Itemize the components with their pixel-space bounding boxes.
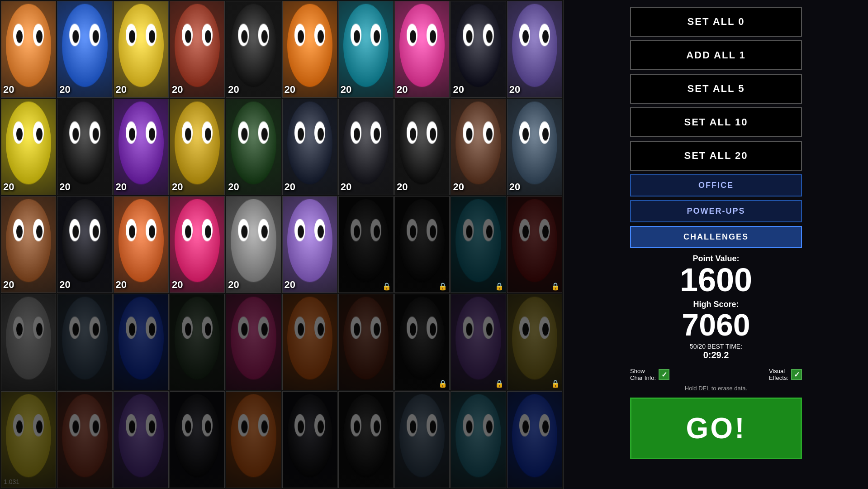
char-cell-39[interactable]: 🔒 bbox=[507, 294, 562, 391]
char-cell-21[interactable]: 20 bbox=[57, 196, 112, 293]
char-cell-2[interactable]: 20 bbox=[114, 1, 169, 98]
sidebar: SET ALL 0 ADD ALL 1 SET ALL 5 SET ALL 10… bbox=[563, 0, 868, 489]
char-cell-35[interactable] bbox=[282, 294, 337, 391]
char-level-12: 20 bbox=[116, 181, 127, 193]
char-cell-25[interactable]: 20 bbox=[282, 196, 337, 293]
char-cell-46[interactable] bbox=[338, 391, 394, 488]
char-cell-27[interactable]: 🔒 bbox=[394, 196, 450, 293]
char-level-0: 20 bbox=[3, 84, 14, 96]
char-cell-5[interactable]: 20 bbox=[282, 1, 337, 98]
char-cell-13[interactable]: 20 bbox=[170, 99, 225, 196]
char-cell-12[interactable]: 20 bbox=[114, 99, 169, 196]
char-cell-0[interactable]: 20 bbox=[1, 1, 56, 98]
visual-effects-checkmark: ✓ bbox=[794, 370, 800, 379]
set-all-0-button[interactable]: SET ALL 0 bbox=[630, 7, 802, 37]
char-cell-19[interactable]: 20 bbox=[507, 99, 562, 196]
char-cell-15[interactable]: 20 bbox=[282, 99, 337, 196]
char-cell-4[interactable]: 20 bbox=[226, 1, 281, 98]
del-hint: Hold DEL to erase data. bbox=[630, 385, 802, 392]
char-cell-49[interactable] bbox=[507, 391, 562, 488]
character-grid: 2020202020202020202020202020202020202020… bbox=[0, 0, 563, 489]
best-time-label: 50/20 BEST TIME: bbox=[630, 343, 802, 350]
char-cell-38[interactable]: 🔒 bbox=[451, 294, 506, 391]
char-cell-22[interactable]: 20 bbox=[114, 196, 169, 293]
char-cell-33[interactable] bbox=[170, 294, 225, 391]
char-cell-36[interactable] bbox=[338, 294, 394, 391]
char-cell-18[interactable]: 20 bbox=[451, 99, 506, 196]
go-button[interactable]: GO! bbox=[630, 398, 802, 459]
char-level-15: 20 bbox=[285, 181, 295, 193]
char-level-17: 20 bbox=[397, 181, 408, 193]
char-level-14: 20 bbox=[228, 181, 239, 193]
char-level-23: 20 bbox=[172, 279, 183, 291]
char-cell-32[interactable] bbox=[114, 294, 169, 391]
char-cell-45[interactable] bbox=[282, 391, 337, 488]
lock-icon-28: 🔒 bbox=[495, 282, 504, 291]
char-cell-17[interactable]: 20 bbox=[394, 99, 450, 196]
char-cell-41[interactable] bbox=[57, 391, 112, 488]
char-level-22: 20 bbox=[116, 279, 127, 291]
char-level-4: 20 bbox=[228, 84, 239, 96]
char-cell-40[interactable] bbox=[1, 391, 56, 488]
point-value: 1600 bbox=[630, 264, 802, 296]
char-cell-6[interactable]: 20 bbox=[338, 1, 394, 98]
char-cell-42[interactable] bbox=[114, 391, 169, 488]
char-cell-37[interactable]: 🔒 bbox=[394, 294, 450, 391]
set-all-5-button[interactable]: SET ALL 5 bbox=[630, 74, 802, 104]
char-level-24: 20 bbox=[228, 279, 239, 291]
office-button[interactable]: OFFICE bbox=[630, 174, 802, 197]
add-all-1-button[interactable]: ADD ALL 1 bbox=[630, 40, 802, 70]
lock-icon-27: 🔒 bbox=[438, 282, 447, 291]
show-char-info-checkbox[interactable]: ✓ bbox=[659, 369, 669, 380]
point-value-section: Point Value: 1600 High Score: 7060 50/20… bbox=[630, 254, 802, 360]
set-all-20-button[interactable]: SET ALL 20 bbox=[630, 141, 802, 171]
char-cell-28[interactable]: 🔒 bbox=[451, 196, 506, 293]
char-level-16: 20 bbox=[341, 181, 351, 193]
char-level-20: 20 bbox=[3, 279, 14, 291]
challenges-button[interactable]: CHALLENGES bbox=[630, 226, 802, 248]
char-level-6: 20 bbox=[341, 84, 351, 96]
char-level-8: 20 bbox=[453, 84, 464, 96]
show-char-info-checkmark: ✓ bbox=[661, 370, 667, 379]
lock-icon-26: 🔒 bbox=[382, 282, 391, 291]
visual-effects-label: VisualEffects: bbox=[769, 368, 788, 381]
best-time-value: 0:29.2 bbox=[630, 350, 802, 360]
char-level-25: 20 bbox=[285, 279, 295, 291]
char-cell-8[interactable]: 20 bbox=[451, 1, 506, 98]
char-level-11: 20 bbox=[59, 181, 70, 193]
lock-icon-39: 🔒 bbox=[551, 379, 560, 388]
char-cell-34[interactable] bbox=[226, 294, 281, 391]
power-ups-button[interactable]: POWER-UPS bbox=[630, 200, 802, 222]
char-level-9: 20 bbox=[509, 84, 520, 96]
char-level-5: 20 bbox=[285, 84, 295, 96]
show-char-info-label: ShowChar Info: bbox=[630, 368, 656, 381]
visual-effects-checkbox[interactable]: ✓ bbox=[791, 369, 802, 380]
char-cell-48[interactable] bbox=[451, 391, 506, 488]
char-level-18: 20 bbox=[453, 181, 464, 193]
char-cell-16[interactable]: 20 bbox=[338, 99, 394, 196]
char-cell-26[interactable]: 🔒 bbox=[338, 196, 394, 293]
char-cell-14[interactable]: 20 bbox=[226, 99, 281, 196]
high-score-value: 7060 bbox=[630, 309, 802, 340]
char-cell-24[interactable]: 20 bbox=[226, 196, 281, 293]
char-cell-1[interactable]: 20 bbox=[57, 1, 112, 98]
char-cell-11[interactable]: 20 bbox=[57, 99, 112, 196]
char-cell-23[interactable]: 20 bbox=[170, 196, 225, 293]
lock-icon-29: 🔒 bbox=[551, 282, 560, 291]
char-level-2: 20 bbox=[116, 84, 127, 96]
char-cell-31[interactable] bbox=[57, 294, 112, 391]
char-level-7: 20 bbox=[397, 84, 408, 96]
char-cell-30[interactable] bbox=[1, 294, 56, 391]
char-cell-3[interactable]: 20 bbox=[170, 1, 225, 98]
char-cell-44[interactable] bbox=[226, 391, 281, 488]
char-cell-20[interactable]: 20 bbox=[1, 196, 56, 293]
char-cell-10[interactable]: 20 bbox=[1, 99, 56, 196]
char-level-1: 20 bbox=[59, 84, 70, 96]
char-cell-47[interactable] bbox=[394, 391, 450, 488]
char-cell-43[interactable] bbox=[170, 391, 225, 488]
visual-effects-group: VisualEffects: ✓ bbox=[769, 368, 802, 381]
char-cell-29[interactable]: 🔒 bbox=[507, 196, 562, 293]
char-cell-9[interactable]: 20 bbox=[507, 1, 562, 98]
char-cell-7[interactable]: 20 bbox=[394, 1, 450, 98]
set-all-10-button[interactable]: SET ALL 10 bbox=[630, 107, 802, 137]
